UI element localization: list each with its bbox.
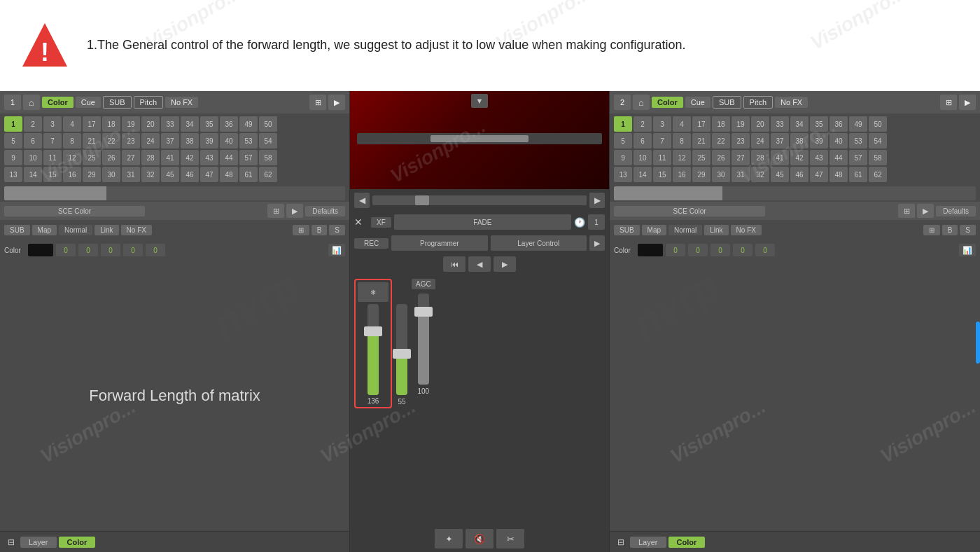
right-grid-cell[interactable]: 11 [653,150,671,165]
left-pitch-btn[interactable]: Pitch [134,96,163,109]
right-grid-cell[interactable]: 17 [692,116,710,132]
grid-cell[interactable]: 26 [102,150,120,165]
right-sub-extra2[interactable]: B [942,225,958,235]
right-color-tab[interactable]: Color [668,537,706,548]
grid-cell[interactable]: 28 [141,150,160,165]
grid-cell[interactable]: 15 [43,167,62,182]
left-sce-icon2[interactable]: ▶ [286,204,303,218]
right-grid-cell[interactable]: 33 [771,116,789,132]
right-grid-cell[interactable]: 24 [751,133,769,149]
center-dropdown[interactable]: ▼ [471,94,488,108]
grid-cell[interactable]: 41 [161,150,179,165]
center-icon-btn2[interactable]: 🔇 [465,529,493,548]
grid-cell[interactable]: 12 [63,150,81,165]
left-sub-extra3[interactable]: S [329,225,345,235]
grid-cell[interactable]: 16 [63,167,81,182]
left-nofx-btn[interactable]: No FX [165,97,198,108]
grid-cell[interactable]: 40 [220,133,238,149]
right-grid-cell[interactable]: 12 [673,150,691,165]
grid-cell[interactable]: 54 [259,133,277,149]
right-layer-tab[interactable]: Layer [630,537,666,548]
left-color-tab[interactable]: Color [59,537,96,548]
right-grid-cell[interactable]: 38 [790,133,808,149]
right-grid-cell[interactable]: 15 [653,167,671,182]
left-map-btn[interactable]: Map [32,225,57,235]
right-grid-cell[interactable]: 27 [732,150,750,165]
right-grid-cell[interactable]: 57 [849,150,867,165]
right-grid-cell[interactable]: 37 [771,133,789,149]
right-grid-cell[interactable]: 20 [751,116,769,132]
grid-cell[interactable]: 3 [43,116,62,132]
grid-cell[interactable]: 7 [43,133,62,149]
right-icon-btn1[interactable]: ⊞ [940,95,957,110]
grid-cell[interactable]: 21 [83,133,101,149]
slider-right-arrow[interactable]: ▶ [589,193,605,208]
right-scroll-indicator[interactable] [976,322,980,364]
grid-cell[interactable]: 14 [24,167,42,182]
right-sub-extra1[interactable]: ⊞ [923,225,940,235]
right-grid-cell[interactable]: 14 [634,167,652,182]
layer-control-btn[interactable]: Layer Control [491,235,587,251]
grid-cell[interactable]: 33 [161,116,179,132]
grid-cell[interactable]: 10 [24,150,42,165]
right-grid-cell[interactable]: 44 [830,150,848,165]
grid-cell[interactable]: 11 [43,150,62,165]
agc-btn[interactable]: AGC [412,279,435,289]
grid-cell[interactable]: 36 [220,116,238,132]
right-grid-cell[interactable]: 1 [614,116,632,132]
right-grid-cell[interactable]: 29 [692,167,710,182]
right-grid-cell[interactable]: 31 [732,167,750,182]
left-sub-extra2[interactable]: B [312,225,328,235]
right-grid-cell[interactable]: 7 [653,133,671,149]
right-grid-cell[interactable]: 53 [849,133,867,149]
grid-cell[interactable]: 9 [4,150,22,165]
grid-cell[interactable]: 49 [239,116,258,132]
right-grid-cell[interactable]: 50 [869,116,887,132]
grid-cell[interactable]: 30 [102,167,120,182]
right-grid-cell[interactable]: 41 [771,150,789,165]
grid-cell[interactable]: 22 [102,133,120,149]
right-grid-cell[interactable]: 32 [751,167,769,182]
left-sub2-btn[interactable]: SUB [4,225,30,235]
left-nofx2-btn[interactable]: No FX [121,225,152,235]
left-sce-icon1[interactable]: ⊞ [267,204,284,218]
left-layer-tab[interactable]: Layer [20,537,57,548]
left-icon-btn2[interactable]: ▶ [328,95,345,110]
grid-cell[interactable]: 6 [24,133,42,149]
right-grid-cell[interactable]: 28 [751,150,769,165]
right-grid-cell[interactable]: 49 [849,116,867,132]
left-sub-extra1[interactable]: ⊞ [293,225,309,235]
right-grid-cell[interactable]: 61 [849,167,867,182]
right-nofx2-btn[interactable]: No FX [731,225,762,235]
grid-cell[interactable]: 20 [141,116,160,132]
left-cue-btn[interactable]: Cue [76,97,101,108]
right-grid-cell[interactable]: 34 [790,116,808,132]
right-grid-cell[interactable]: 45 [771,167,789,182]
grid-cell[interactable]: 24 [141,133,160,149]
grid-cell[interactable]: 43 [200,150,218,165]
grid-cell[interactable]: 23 [122,133,140,149]
left-icon-btn1[interactable]: ⊞ [309,95,326,110]
rec-btn[interactable]: REC [354,238,388,249]
transport-fwd[interactable]: ▶ [493,256,516,272]
right-sce-icon2[interactable]: ▶ [917,204,934,218]
grid-cell[interactable]: 62 [259,167,277,182]
grid-cell[interactable]: 42 [181,150,199,165]
grid-cell[interactable]: 61 [239,167,258,182]
grid-cell[interactable]: 25 [83,150,101,165]
right-grid-cell[interactable]: 2 [634,116,652,132]
right-grid-cell[interactable]: 26 [712,150,730,165]
slider-left-arrow[interactable]: ◀ [354,193,370,208]
right-grid-cell[interactable]: 43 [810,150,828,165]
right-normal-label[interactable]: Normal [668,225,702,235]
left-normal-label[interactable]: Normal [59,225,92,235]
grid-cell[interactable]: 17 [83,116,101,132]
right-grid-cell[interactable]: 58 [869,150,887,165]
right-grid-cell[interactable]: 19 [732,116,750,132]
right-grid-cell[interactable]: 8 [673,133,691,149]
right-grid-cell[interactable]: 18 [712,116,730,132]
fader1-track[interactable] [368,304,379,395]
fader3-track[interactable] [418,294,429,385]
grid-cell[interactable]: 38 [181,133,199,149]
grid-cell[interactable]: 58 [259,150,277,165]
